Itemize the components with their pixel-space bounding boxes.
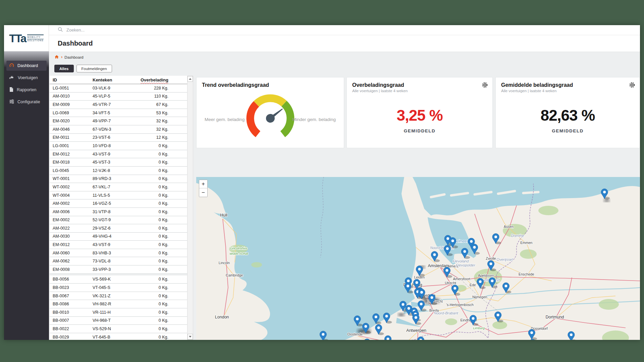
table-scrollbar[interactable] bbox=[187, 76, 193, 340]
sidebar-item-dashboard[interactable]: Dashboard bbox=[6, 61, 47, 71]
sidebar-item-rapporten[interactable]: Rapporten bbox=[6, 85, 47, 95]
table-row[interactable]: WT-000267-VKL-70 Kg. bbox=[50, 183, 187, 191]
search-bar[interactable]: Zoeken... bbox=[49, 25, 640, 35]
table-row[interactable]: BB-0056VS-569-K0 Kg. bbox=[50, 274, 187, 284]
row-id: WT-0002 bbox=[50, 185, 93, 189]
table-row[interactable]: BB-0029VT-645-B0 Kg. bbox=[50, 333, 187, 340]
column-id[interactable]: ID bbox=[50, 77, 93, 82]
table-row[interactable]: BB-0023VT-045-S0 Kg. bbox=[50, 284, 187, 292]
row-kenteken: 29-VSZ-6 bbox=[93, 226, 136, 231]
table-row[interactable]: AM-000631-VTP-80 Kg. bbox=[50, 208, 187, 216]
map-label: Overijssel bbox=[496, 257, 513, 261]
table-row[interactable]: AM-006273-VDL-80 Kg. bbox=[50, 257, 187, 265]
gear-icon[interactable] bbox=[481, 81, 488, 90]
page-title: Dashboard bbox=[58, 40, 93, 47]
avgload-card: Gemiddelde beladingsgraad Alle voertuige… bbox=[495, 77, 640, 148]
row-id: LG-0069 bbox=[50, 111, 93, 115]
map-label: Flevopolder bbox=[456, 263, 476, 267]
table-row[interactable]: BB-0010VR-111-H0 Kg. bbox=[50, 308, 187, 317]
triangle-down-icon bbox=[189, 336, 192, 338]
row-overbelading: 0 Kg. bbox=[136, 234, 187, 239]
overload-card-subtitle: Alle voertuigen | laatste 4 weken bbox=[347, 89, 492, 93]
table-row[interactable]: EM-000945-VTR-767 Kg. bbox=[50, 101, 187, 109]
map-label: Hull bbox=[220, 213, 227, 218]
row-id: EM-0011 bbox=[50, 135, 93, 140]
map-label: 's-Hertogenbosch bbox=[446, 303, 474, 307]
table-row[interactable]: EM-000833-VPP-30 Kg. bbox=[50, 265, 187, 274]
table-row[interactable]: AM-002229-VSZ-60 Kg. bbox=[50, 224, 187, 233]
table-row[interactable]: AM-001045-VLP-5110 Kg. bbox=[50, 93, 187, 101]
row-kenteken: VK-321-Z bbox=[93, 294, 136, 298]
table-row[interactable]: WT-000411-VLS-50 Kg. bbox=[50, 191, 187, 200]
gear-icon[interactable] bbox=[629, 81, 636, 90]
search-input[interactable]: Zoeken... bbox=[66, 27, 85, 33]
map-label: London bbox=[215, 315, 229, 319]
row-overbelading: 0 Kg. bbox=[136, 242, 187, 247]
map[interactable]: HullLincolnCambridgeLondonLincolnshireWo… bbox=[196, 177, 640, 340]
row-id: EM-0009 bbox=[50, 102, 93, 107]
table-row[interactable]: AM-000216-VGZ-50 Kg. bbox=[50, 199, 187, 208]
map-label: Nijmegen bbox=[472, 295, 487, 299]
table-row[interactable]: EM-001123-VST-612 Kg. bbox=[50, 134, 187, 142]
table-row[interactable]: BB-0007VH-968-T0 Kg. bbox=[50, 317, 187, 325]
breadcrumb[interactable]: › Dashboard bbox=[54, 55, 84, 60]
map-label: Wolds AONB bbox=[229, 252, 248, 255]
row-id: AM-0030 bbox=[50, 234, 93, 239]
filter-buttons: Alles Foutmeldingen bbox=[54, 65, 112, 72]
home-icon[interactable] bbox=[54, 55, 59, 60]
row-overbelading: 0 Kg. bbox=[136, 277, 187, 282]
sidebar-menu: DashboardVoertuigenRapportenConfiguratie bbox=[4, 59, 49, 109]
table-row[interactable]: WT-000189-VRD-30 Kg. bbox=[50, 175, 187, 183]
table-row[interactable]: AM-003049-VHG-40 Kg. bbox=[50, 233, 187, 241]
overload-value: 3,25 % bbox=[347, 106, 492, 124]
row-overbelading: 0 Kg. bbox=[136, 160, 187, 165]
row-kenteken: 49-VPP-7 bbox=[93, 119, 136, 123]
sidebar-item-voertuigen[interactable]: Voertuigen bbox=[6, 73, 47, 83]
table-row[interactable]: AM-006083-VHB-30 Kg. bbox=[50, 249, 187, 257]
table-row[interactable]: EM-001845-VST-30 Kg. bbox=[50, 158, 187, 167]
sidebar-item-configuratie[interactable]: Configuratie bbox=[6, 97, 47, 107]
row-overbelading: 53 Kg. bbox=[136, 111, 187, 115]
table-row[interactable]: LG-006934-VFT-553 Kg. bbox=[50, 109, 187, 117]
map-label: Ede bbox=[470, 283, 476, 287]
table-row[interactable]: LG-004512-VJK-80 Kg. bbox=[50, 167, 187, 175]
filter-errors-button[interactable]: Foutmeldingen bbox=[76, 65, 112, 72]
scroll-up-button[interactable] bbox=[187, 76, 193, 82]
map-label: Drenthe bbox=[511, 234, 524, 238]
table-row[interactable]: BB-0067VK-321-Z0 Kg. bbox=[50, 292, 187, 300]
row-id: AM-0062 bbox=[50, 259, 93, 263]
row-kenteken: VH-968-T bbox=[93, 318, 136, 323]
row-kenteken: 49-VHG-4 bbox=[93, 234, 136, 239]
table-row[interactable]: LG-005103-VLK-9228 Kg. bbox=[50, 84, 187, 93]
breadcrumb-item[interactable]: Dashboard bbox=[64, 55, 83, 59]
zoom-out-button[interactable]: − bbox=[199, 188, 207, 197]
map-label: Apeldoorn bbox=[478, 274, 494, 278]
column-overbelading[interactable]: Overbelading bbox=[136, 77, 187, 82]
row-kenteken: 03-VLK-9 bbox=[93, 86, 136, 90]
trend-card-title: Trend overbeladingsgraad bbox=[197, 77, 344, 89]
table-row[interactable]: EM-002049-VPP-732 Kg. bbox=[50, 117, 187, 125]
row-id: LG-0001 bbox=[50, 143, 93, 148]
logo[interactable]: TTa MOBILITYSOLUTIONS bbox=[4, 25, 49, 51]
row-kenteken: VT-045-S bbox=[93, 285, 136, 290]
row-id: LG-0045 bbox=[50, 168, 93, 173]
row-overbelading: 0 Kg. bbox=[136, 251, 187, 255]
row-id: AM-0022 bbox=[50, 226, 93, 231]
table-row[interactable]: EM-001243-VST-90 Kg. bbox=[50, 150, 187, 159]
table-row[interactable]: AM-004667-VDN-332 Kg. bbox=[50, 125, 187, 134]
table-row[interactable]: EM-001243-VST-90 Kg. bbox=[50, 241, 187, 249]
row-id: AM-0010 bbox=[50, 94, 93, 99]
row-overbelading: 0 Kg. bbox=[136, 294, 187, 298]
table-row[interactable]: EM-000252-VGT-90 Kg. bbox=[50, 216, 187, 225]
scroll-down-button[interactable] bbox=[187, 334, 193, 340]
table-row[interactable]: BB-0022VS-529-N0 Kg. bbox=[50, 325, 187, 333]
table-row[interactable]: BB-0086VH-982-R0 Kg. bbox=[50, 300, 187, 308]
map-label: Noord-Brabant bbox=[434, 311, 459, 315]
table-row[interactable]: LG-000110-VFD-80 Kg. bbox=[50, 142, 187, 150]
zoom-in-button[interactable]: + bbox=[199, 180, 207, 188]
row-overbelading: 0 Kg. bbox=[136, 326, 187, 331]
row-kenteken: 45-VLP-5 bbox=[93, 94, 136, 99]
filter-all-button[interactable]: Alles bbox=[54, 65, 74, 72]
column-kenteken[interactable]: Kenteken bbox=[93, 77, 136, 82]
row-kenteken: 43-VST-9 bbox=[93, 242, 136, 247]
